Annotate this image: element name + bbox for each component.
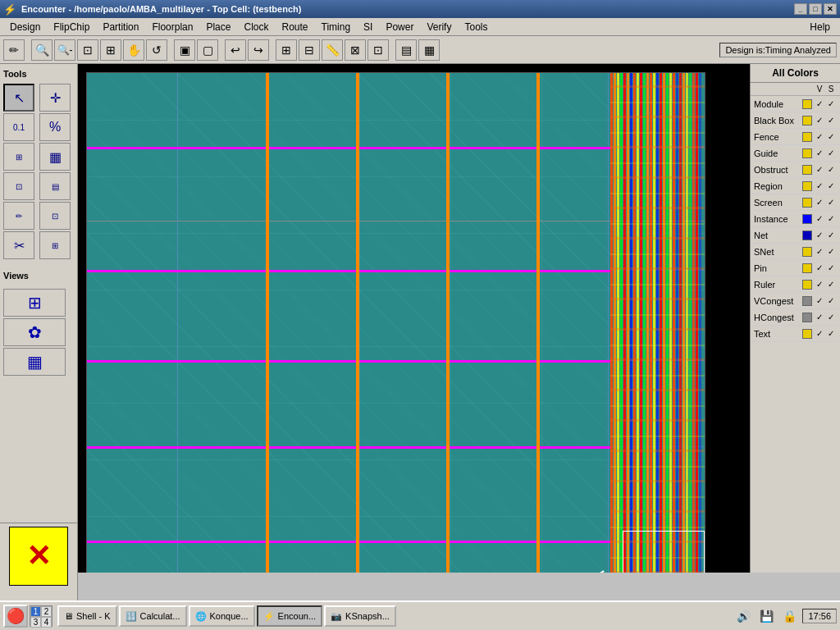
color-row-pin[interactable]: Pin✓✓: [751, 260, 840, 276]
color-row-instance[interactable]: Instance✓✓: [751, 211, 840, 227]
tb-flip-h-icon[interactable]: ⊡: [368, 39, 389, 61]
tray-icon-1[interactable]: 🔊: [733, 606, 753, 626]
color-swatch-13: [802, 313, 812, 322]
col-s-label: S: [825, 84, 837, 94]
color-swatch-14: [802, 329, 812, 339]
color-swatch-12: [802, 296, 812, 306]
menu-flipchip[interactable]: FlipChip: [47, 20, 96, 34]
tool-measure[interactable]: 0.1: [3, 113, 34, 141]
menu-design[interactable]: Design: [3, 20, 47, 34]
color-row-black-box[interactable]: Black Box✓✓: [751, 112, 840, 129]
chip-canvas[interactable]: [86, 72, 705, 573]
workspace-3[interactable]: 3: [30, 617, 41, 628]
color-row-screen[interactable]: Screen✓✓: [751, 194, 840, 211]
color-row-ruler[interactable]: Ruler✓✓: [751, 276, 840, 293]
menu-partition[interactable]: Partition: [96, 20, 145, 34]
workspace-switcher[interactable]: 1 2 3 4: [30, 605, 52, 627]
tb-chip1-icon[interactable]: ▤: [395, 39, 417, 61]
view-amoeba[interactable]: ✿: [3, 318, 66, 346]
color-row-net[interactable]: Net✓✓: [751, 227, 840, 244]
tb-select-icon[interactable]: ▣: [174, 39, 195, 61]
tool-stretch[interactable]: ⊡: [39, 202, 71, 230]
tool-edit[interactable]: ▤: [39, 172, 71, 200]
tb-zoom-in-icon[interactable]: 🔍: [31, 39, 52, 61]
tb-snap-icon[interactable]: ⊟: [299, 39, 320, 61]
canvas-area[interactable]: [78, 64, 750, 573]
tb-chip2-icon[interactable]: ▦: [418, 39, 440, 61]
calc-label: Calculat...: [140, 611, 180, 621]
window-title: Encounter - /home/paolo/AMBA_multilayer …: [21, 4, 301, 14]
taskbar-ksnapshot[interactable]: 📷 KSnapsh...: [324, 605, 396, 627]
tool-place[interactable]: ▦: [39, 143, 71, 171]
color-row-obstruct[interactable]: Obstruct✓✓: [751, 162, 840, 178]
tool-pencil[interactable]: ✏: [3, 202, 34, 230]
design-status: Design is:Timing Analyzed: [719, 43, 837, 57]
color-row-region[interactable]: Region✓✓: [751, 178, 840, 194]
tb-zoom-out-icon[interactable]: 🔍-: [54, 39, 75, 61]
menu-floorplan[interactable]: Floorplan: [145, 20, 199, 34]
color-row-snet[interactable]: SNet✓✓: [751, 244, 840, 260]
views-grid: ⊞ ✿ ▦: [3, 289, 74, 376]
color-row-text[interactable]: Text✓✓: [751, 326, 840, 342]
tb-zoom-fit-icon[interactable]: ⊡: [77, 39, 98, 61]
tool-move[interactable]: ✛: [39, 84, 71, 112]
konq-label: Konque...: [210, 611, 249, 621]
tool-cut[interactable]: ✂: [3, 231, 34, 259]
tb-grid-icon[interactable]: ⊞: [276, 39, 297, 61]
maximize-button[interactable]: □: [809, 3, 822, 15]
color-swatch-4: [802, 165, 812, 175]
taskbar-konqueror[interactable]: 🌐 Konque...: [189, 605, 255, 627]
tb-flip-v-icon[interactable]: ⊠: [345, 39, 366, 61]
menu-route[interactable]: Route: [275, 20, 314, 34]
view-detail[interactable]: ▦: [3, 348, 66, 376]
close-button[interactable]: ✕: [824, 3, 837, 15]
color-row-hcongest[interactable]: HCongest✓✓: [751, 309, 840, 326]
tb-deselect-icon[interactable]: ▢: [197, 39, 218, 61]
menu-clock[interactable]: Clock: [237, 20, 275, 34]
menu-help[interactable]: Help: [803, 20, 837, 34]
workspace-2[interactable]: 2: [41, 606, 52, 617]
menu-timing[interactable]: Timing: [315, 20, 358, 34]
tool-split[interactable]: ⊞: [39, 231, 71, 259]
tb-refresh-icon[interactable]: ↺: [146, 39, 167, 61]
thumbnail-image: ✕: [9, 527, 68, 586]
menu-verify[interactable]: Verify: [420, 20, 458, 34]
color-row-fence[interactable]: Fence✓✓: [751, 129, 840, 145]
tb-zoom-area-icon[interactable]: ⊞: [100, 39, 121, 61]
thumbnail-x-icon: ✕: [26, 541, 51, 571]
color-swatch-0: [802, 99, 812, 109]
tool-select[interactable]: ↖: [3, 84, 34, 112]
colors-header: All Colors: [751, 64, 840, 83]
tool-dots[interactable]: ⊡: [3, 172, 34, 200]
color-row-module[interactable]: Module✓✓: [751, 96, 840, 112]
tb-edit-icon[interactable]: ✏: [3, 39, 25, 61]
tray-icon-3[interactable]: 🔒: [779, 606, 799, 626]
clock-display: 17:56: [802, 609, 837, 623]
menu-tools[interactable]: Tools: [458, 20, 494, 34]
tool-grid2[interactable]: ⊞: [3, 143, 34, 171]
menu-si[interactable]: SI: [357, 20, 379, 34]
menu-power[interactable]: Power: [379, 20, 420, 34]
tb-undo-icon[interactable]: ↩: [225, 39, 246, 61]
tb-pan-icon[interactable]: ✋: [123, 39, 144, 61]
tray-icon-2[interactable]: 💾: [756, 606, 776, 626]
thumbnail-panel: ✕: [0, 523, 78, 600]
taskbar-encounter[interactable]: ⚡ Encoun...: [257, 605, 322, 627]
tool-percent[interactable]: %: [39, 113, 71, 141]
workspace-1[interactable]: 1: [30, 606, 41, 617]
taskbar-calculator[interactable]: 🔢 Calculat...: [119, 605, 187, 627]
color-row-vcongest[interactable]: VCongest✓✓: [751, 293, 840, 309]
color-row-guide[interactable]: Guide✓✓: [751, 145, 840, 162]
menu-place[interactable]: Place: [199, 20, 237, 34]
window-controls: _ □ ✕: [794, 3, 837, 15]
color-swatch-5: [802, 181, 812, 191]
start-button[interactable]: 🔴: [3, 605, 28, 628]
minimize-button[interactable]: _: [794, 3, 807, 15]
tb-ruler-icon[interactable]: 📏: [322, 39, 343, 61]
view-floorplan[interactable]: ⊞: [3, 289, 66, 317]
tb-redo-icon[interactable]: ↪: [248, 39, 269, 61]
color-swatch-8: [802, 231, 812, 240]
encounter-label: Encoun...: [278, 611, 316, 621]
workspace-4[interactable]: 4: [41, 617, 52, 628]
taskbar-shell[interactable]: 🖥 Shell - K: [57, 605, 117, 627]
